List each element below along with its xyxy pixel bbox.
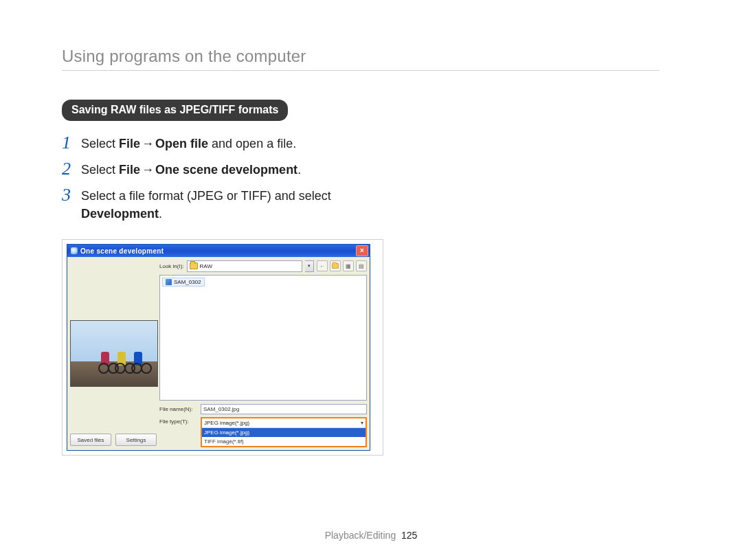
chevron-down-icon: ▾ — [361, 420, 363, 426]
titlebar: One scene development × — [67, 245, 370, 257]
section-title: Using programs on the computer — [62, 47, 660, 71]
settings-button[interactable]: Settings — [115, 434, 157, 446]
bold-onescene: One scene development — [155, 163, 297, 177]
app-icon — [71, 247, 78, 254]
step-2: 2 Select File → One scene development. — [62, 157, 680, 183]
up-folder-icon[interactable] — [330, 260, 341, 271]
text: and open a file. — [208, 137, 296, 150]
close-button[interactable]: × — [356, 245, 368, 256]
step-1: 1 Select File → Open file and open a fil… — [62, 131, 680, 157]
text: . — [159, 207, 162, 221]
arrow-icon: → — [140, 161, 155, 179]
arrow-icon: → — [140, 135, 155, 153]
nav-toolbar: ← ▦ ▤ — [317, 260, 367, 271]
lookin-dropdown[interactable]: RAW — [187, 260, 302, 272]
text: Select a file format (JPEG or TIFF) and … — [81, 189, 331, 203]
text: . — [297, 163, 301, 177]
text: Select — [81, 163, 119, 177]
folder-icon — [332, 263, 339, 269]
saved-files-button[interactable]: Saved files — [70, 434, 111, 446]
spacer — [70, 387, 157, 431]
filename-input[interactable]: SAM_0302.jpg — [201, 404, 367, 414]
step-text: Select File → Open file and open a file. — [81, 135, 296, 153]
lookin-row: Look in(I): RAW ▾ ← ▦ ▤ — [159, 260, 367, 272]
dialog-screenshot: One scene development × Saved files — [62, 239, 383, 456]
filename-label: File name(N): — [159, 406, 198, 412]
filetype-dropdown[interactable]: JPEG image(*.jpg) ▾ JPEG image(*.jpg) TI… — [201, 417, 367, 447]
image-preview — [70, 320, 158, 387]
filetype-option-jpeg[interactable]: JPEG image(*.jpg) — [202, 428, 366, 437]
filetype-row: File type(T): JPEG image(*.jpg) ▾ JPEG i… — [159, 417, 367, 447]
bold-file: File — [119, 137, 140, 150]
view-icon[interactable]: ▦ — [343, 260, 354, 271]
footer-category: Playback/Editing — [325, 530, 396, 541]
step-3: 3 Select a file format (JPEG or TIFF) an… — [62, 183, 680, 227]
spacer — [70, 260, 157, 320]
page-footer: Playback/Editing 125 — [0, 530, 742, 541]
step-number: 3 — [62, 187, 81, 203]
dialog-title: One scene development — [80, 247, 356, 255]
filetype-selected[interactable]: JPEG image(*.jpg) ▾ — [202, 418, 366, 428]
bold-development: Development — [81, 207, 159, 221]
bold-openfile: Open file — [155, 137, 208, 150]
file-icon — [166, 279, 172, 285]
text: Select — [81, 137, 119, 150]
filename-row: File name(N): SAM_0302.jpg — [159, 403, 367, 414]
lookin-label: Look in(I): — [159, 263, 184, 269]
chevron-down-icon[interactable]: ▾ — [305, 260, 314, 272]
filetype-selected-text: JPEG image(*.jpg) — [204, 420, 249, 426]
step-text: Select File → One scene development. — [81, 161, 301, 179]
dialog-body: Saved files Settings Look in(I): RAW ▾ ← — [67, 257, 370, 450]
file-item[interactable]: SAM_0302 — [162, 278, 205, 287]
left-pane: Saved files Settings — [70, 260, 157, 447]
steps-list: 1 Select File → Open file and open a fil… — [62, 131, 680, 227]
step-number: 2 — [62, 161, 81, 177]
step-number: 1 — [62, 135, 81, 151]
right-pane: Look in(I): RAW ▾ ← ▦ ▤ — [159, 260, 367, 447]
save-dialog: One scene development × Saved files — [67, 244, 370, 451]
manual-page: Using programs on the computer Saving RA… — [0, 0, 742, 560]
filetype-option-tiff[interactable]: TIFF image(*.tif) — [202, 437, 366, 446]
new-folder-icon[interactable]: ▤ — [356, 260, 367, 271]
page-number: 125 — [401, 530, 417, 541]
back-icon[interactable]: ← — [317, 260, 328, 271]
topic-pill: Saving RAW files as JPEG/TIFF formats — [62, 100, 288, 121]
step-text: Select a file format (JPEG or TIFF) and … — [81, 187, 331, 223]
file-list[interactable]: SAM_0302 — [159, 275, 367, 401]
folder-icon — [190, 262, 198, 269]
bold-file: File — [119, 163, 140, 177]
filetype-label: File type(T): — [159, 417, 198, 425]
left-buttons: Saved files Settings — [70, 431, 157, 447]
file-item-label: SAM_0302 — [174, 279, 201, 285]
lookin-value: RAW — [200, 263, 212, 269]
